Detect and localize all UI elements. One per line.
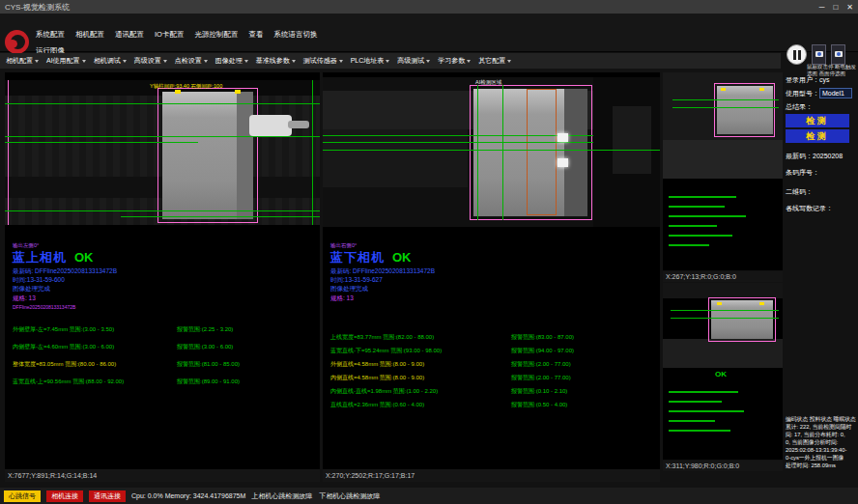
camera-result-title: 蓝上相机OK (13, 248, 94, 266)
marker-yellow (717, 302, 722, 305)
measurement-row: 直线直线=2.36mm 范围:(0.60 - 4.00) (330, 401, 424, 409)
marker-yellow (759, 302, 764, 305)
measurement-row: 蓝宽直线-上=90.56mm 范围:(88.00 - 92.00) (13, 378, 124, 386)
camera-1-button[interactable] (812, 44, 826, 65)
mini-text-line (669, 410, 744, 412)
camera-image-right[interactable]: AI检测区域 (323, 77, 660, 227)
spec-subline: DFFline2025020813313472B (13, 304, 75, 310)
tab-advanced-test[interactable]: 高级测试 (397, 56, 430, 66)
time-line: 时间:13-31-59-627 (330, 276, 383, 285)
login-label: 登录用户： (786, 76, 819, 83)
tab-plc-address[interactable]: PLC地址表 (351, 56, 390, 66)
connector-tail (288, 121, 309, 128)
menu-language-switch[interactable]: 系统语言切换 (273, 30, 317, 40)
menu-comm-config[interactable]: 通讯配置 (115, 30, 144, 40)
alarm-range: 报警范围:(0.10 - 2.10) (511, 387, 567, 396)
mini-text-line (669, 430, 730, 432)
camera-title-right: 蓝下相机 (330, 250, 385, 265)
menu-camera-config[interactable]: 相机配置 (75, 30, 104, 40)
tab-test-sensor[interactable]: 测试传感器 (303, 56, 343, 66)
mini-text-line (669, 401, 722, 403)
spec-line: 规格: 13 (330, 294, 354, 303)
background-band (323, 129, 468, 187)
tab-spot-check[interactable]: 点检设置 (175, 56, 208, 66)
menu-system-config[interactable]: 系统配置 (36, 30, 65, 40)
mini-image-top[interactable] (663, 72, 783, 270)
tab-baseline-params[interactable]: 基准线参数 (256, 56, 296, 66)
pause-button[interactable] (786, 44, 807, 65)
statusbar: 心跳信号 相机连接 通讯连接 Cpu: 0.0% Memory: 3424.41… (0, 488, 858, 504)
tab-ai-config[interactable]: AI使用配置 (46, 56, 86, 66)
stats-line: 0-cys一外上报机一图像 (786, 454, 858, 462)
highlight-spot (558, 158, 568, 167)
camera-2-button[interactable] (831, 44, 845, 65)
menu-io-config[interactable]: IO卡配置 (155, 30, 184, 40)
measurement-row: 外侧直线=4.58mm 范围:(8.00 - 9.00) (330, 360, 424, 369)
close-button[interactable]: ✕ (846, 3, 853, 12)
latest-code-row: 最新码：20250208 (786, 152, 858, 161)
tab-other-config[interactable]: 其它配置 (478, 56, 511, 66)
menu-view[interactable]: 查看 (248, 30, 263, 40)
qr-label: 二维码： (786, 187, 858, 197)
alarm-range: 报警范围:(2.00 - 77.00) (511, 374, 571, 382)
ai-region-label: AI检测区域 (475, 79, 501, 86)
tab-learning-params[interactable]: 学习参数 (438, 56, 471, 66)
maximize-button[interactable]: □ (833, 3, 838, 12)
camera-view-right: AI检测区域 输出右侧0° 蓝下相机OK 最新码: DFFline2025020… (323, 72, 660, 469)
cpu-memory-text: Cpu: 0.0% Memory: 3424.41796875M (131, 492, 245, 499)
measure-line-green (5, 210, 320, 211)
pixel-coords-mini-bottom: X:311;Y:980;R:0;G:0;B:0 (663, 461, 783, 471)
stats-line: 累计: 222, 当前检测间隔时 (786, 423, 858, 431)
measurement-row: 内侧直线-直线=1.98mm 范围:(1.00 - 2.20) (330, 387, 438, 396)
latest-code-value: 20250208 (813, 153, 843, 159)
alarm-range: 报警范围:(0.50 - 4.00) (511, 401, 567, 409)
mini-text-line (669, 196, 736, 198)
alarm-range: 报警范围:(2.25 - 3.20) (177, 325, 233, 334)
barcode-line: 最新码: DFFline2025020813313472B (13, 267, 117, 276)
stats-line: 2025:02:08-13:31:39:40- (786, 446, 858, 454)
mini-text-line (669, 244, 709, 246)
mini-text-line (669, 225, 717, 227)
minimize-button[interactable]: ─ (819, 3, 825, 12)
alarm-range: 报警范围:(83.00 - 87.00) (511, 333, 574, 342)
mini-text-line (669, 420, 715, 422)
tab-camera-config[interactable]: 相机配置 (6, 56, 39, 66)
tab-image-processing[interactable]: 图像处理 (215, 56, 248, 66)
tabbar: 相机配置 AI使用配置 相机调试 高级设置 点检设置 图像处理 基准线参数 测试… (0, 53, 781, 69)
measure-line-green (5, 142, 198, 143)
measurement-row: 外侧壁厚-左=7.45mm 范围:(3.00 - 3.50) (13, 325, 114, 334)
measurement-row: 上线宽度=83.77mm 范围:(82.00 - 88.00) (330, 333, 434, 342)
alarm-range: 报警范围:(2.00 - 77.00) (511, 360, 571, 369)
measure-line-green (671, 310, 779, 311)
mini-image-bottom[interactable]: OK (663, 283, 783, 460)
alarm-range: 报警范围:(94.00 - 97.00) (511, 347, 574, 355)
latest-code-label: 最新码： (786, 153, 813, 159)
comm-connection-badge: 通讯连接 (89, 490, 126, 502)
mini-text-line (669, 391, 738, 393)
menu-light-config[interactable]: 光源控制配置 (194, 30, 238, 40)
tab-camera-debug[interactable]: 相机调试 (94, 56, 127, 66)
model-row: 使用型号：Model1 (786, 88, 858, 98)
login-row: 登录用户：cys (786, 75, 858, 85)
model-select[interactable]: Model1 (819, 88, 852, 98)
barcode-line: 最新码: DFFline2025020813313472B (330, 267, 435, 276)
menubar: 系统配置 相机配置 通讯配置 IO卡配置 光源控制配置 查看 系统语言切换 (36, 30, 317, 40)
tab-advanced-settings[interactable]: 高级设置 (134, 56, 167, 66)
stats-line: 编码状态 投料状态 睡眠状态 (786, 415, 858, 423)
mini-text-line (669, 215, 746, 217)
heartbeat-status-badge: 心跳信号 (4, 490, 41, 502)
login-value: cys (819, 76, 830, 83)
mini-text-line (669, 235, 732, 237)
camera-view-left: Y轴柱间距:93.40 右侧间距:100 输出左侧0° 蓝上相机OK 最新码: … (5, 72, 320, 469)
camera-image-left[interactable]: Y轴柱间距:93.40 右侧间距:100 (5, 80, 320, 225)
roi-line-pink (8, 80, 9, 225)
measure-line-green (323, 150, 660, 151)
result-ok-label: OK (74, 250, 94, 265)
info-panel: 登录用户：cys 使用型号：Model1 总结果： 检测 检测 最新码：2025… (786, 75, 858, 471)
connector-part (249, 115, 292, 136)
statistics-text: 编码状态 投料状态 睡眠状态 累计: 222, 当前检测间隔时 间: 17, 当… (786, 415, 858, 469)
roi-box-pink (714, 83, 775, 137)
result-box-2: 检测 (786, 129, 849, 143)
app-window: CYS-视觉检测系统 ─ □ ✕ 系统配置 相机配置 通讯配置 IO卡配置 光源… (0, 0, 858, 504)
camera-connection-badge: 相机连接 (46, 490, 83, 502)
